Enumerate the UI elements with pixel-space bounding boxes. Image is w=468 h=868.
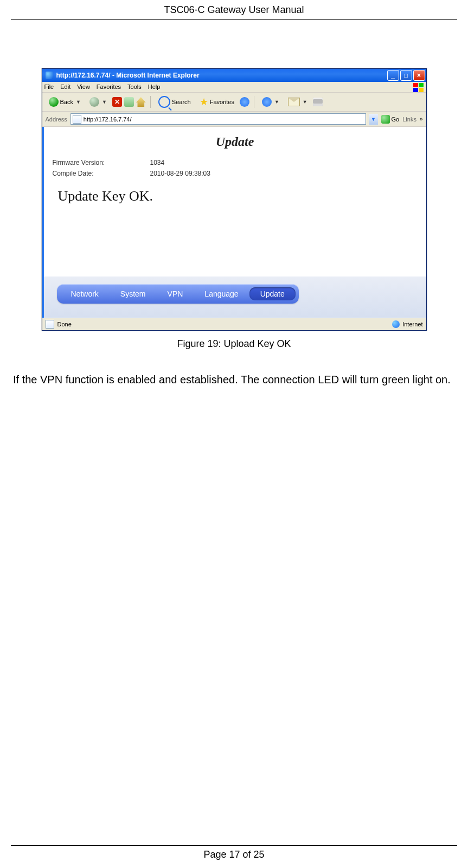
- go-icon: [381, 115, 390, 124]
- figure-caption: Figure 19: Upload Key OK: [42, 338, 427, 350]
- tab-language[interactable]: Language: [194, 287, 249, 300]
- page-icon: [73, 115, 81, 124]
- favorites-button[interactable]: ★ Favorites: [196, 96, 238, 108]
- windows-logo-icon: [413, 83, 424, 93]
- update-key-message: Update Key OK.: [58, 188, 418, 204]
- address-dropdown[interactable]: ▼: [369, 114, 378, 125]
- page-icon: [46, 320, 54, 329]
- forward-button[interactable]: ▼: [86, 96, 110, 108]
- print-button[interactable]: [313, 98, 323, 106]
- zone-text: Internet: [402, 321, 422, 327]
- titlebar: http://172.16.7.74/ - Microsoft Internet…: [42, 69, 426, 82]
- tab-network[interactable]: Network: [60, 287, 110, 300]
- page-heading: Update: [53, 134, 418, 149]
- internet-zone-icon: [392, 320, 400, 328]
- address-input[interactable]: http://172.16.7.74/: [70, 113, 366, 125]
- tab-vpn[interactable]: VPN: [157, 287, 194, 300]
- close-button[interactable]: ×: [413, 70, 425, 81]
- menubar: File Edit View Favorites Tools Help: [42, 82, 426, 93]
- chevron-down-icon: ▼: [274, 99, 279, 105]
- status-bar: Done Internet: [42, 318, 426, 330]
- minimize-button[interactable]: _: [387, 70, 399, 81]
- tab-system[interactable]: System: [110, 287, 157, 300]
- home-button[interactable]: [136, 97, 146, 107]
- toolbar: Back ▼ ▼ ✕ Search ★ Favorites: [42, 93, 426, 112]
- firmware-label: Firmware Version:: [53, 159, 150, 166]
- chevron-down-icon: ▼: [76, 99, 81, 105]
- ie-icon: [46, 72, 53, 79]
- window-title: http://172.16.7.74/ - Microsoft Internet…: [56, 72, 387, 79]
- history-icon: [262, 97, 272, 107]
- status-text: Done: [57, 321, 72, 327]
- page-content: Update Firmware Version: 1034 Compile Da…: [42, 127, 426, 277]
- forward-icon: [89, 97, 99, 107]
- browser-window: http://172.16.7.74/ - Microsoft Internet…: [42, 68, 427, 331]
- address-label: Address: [46, 116, 67, 123]
- search-icon: [158, 96, 170, 108]
- address-bar: Address http://172.16.7.74/ ▼ Go Links »: [42, 112, 426, 127]
- compile-date-label: Compile Date:: [53, 170, 150, 177]
- menu-help[interactable]: Help: [148, 83, 161, 90]
- tab-bar: Network System VPN Language Update: [57, 284, 299, 304]
- chevron-down-icon: ▼: [303, 99, 307, 105]
- separator: [150, 96, 151, 108]
- url-text: http://172.16.7.74/: [84, 116, 132, 123]
- firmware-value: 1034: [150, 159, 165, 166]
- doc-footer: Page 17 of 25: [11, 845, 457, 860]
- menu-favorites[interactable]: Favorites: [97, 83, 121, 90]
- search-label: Search: [172, 99, 191, 105]
- links-label[interactable]: Links: [402, 116, 416, 123]
- menu-tools[interactable]: Tools: [127, 83, 142, 90]
- body-paragraph: If the VPN function is enabled and estab…: [13, 369, 455, 390]
- history-button[interactable]: ▼: [259, 96, 283, 108]
- back-icon: [49, 97, 59, 107]
- favorites-label: Favorites: [210, 99, 234, 105]
- star-icon: ★: [200, 97, 208, 107]
- search-button[interactable]: Search: [155, 95, 194, 109]
- menu-view[interactable]: View: [77, 83, 90, 90]
- doc-header: TSC06-C Gateway User Manual: [11, 0, 457, 20]
- tab-update[interactable]: Update: [249, 287, 296, 300]
- mail-button[interactable]: ▼: [285, 97, 311, 107]
- compile-date-value: 2010-08-29 09:38:03: [150, 170, 210, 177]
- menu-file[interactable]: File: [44, 83, 54, 90]
- back-button[interactable]: Back ▼: [46, 96, 84, 108]
- stop-button[interactable]: ✕: [112, 97, 122, 107]
- separator: [254, 96, 254, 108]
- media-button[interactable]: [240, 97, 249, 107]
- chevron-right-icon[interactable]: »: [420, 116, 423, 122]
- maximize-button[interactable]: □: [400, 70, 412, 81]
- refresh-button[interactable]: [124, 97, 134, 107]
- menu-edit[interactable]: Edit: [60, 83, 70, 90]
- back-label: Back: [60, 99, 73, 105]
- mail-icon: [288, 98, 300, 106]
- bottom-panel: Network System VPN Language Update: [42, 277, 426, 318]
- go-label: Go: [392, 116, 400, 123]
- figure-screenshot: http://172.16.7.74/ - Microsoft Internet…: [42, 68, 427, 350]
- go-button[interactable]: Go: [381, 115, 400, 124]
- chevron-down-icon: ▼: [102, 99, 107, 105]
